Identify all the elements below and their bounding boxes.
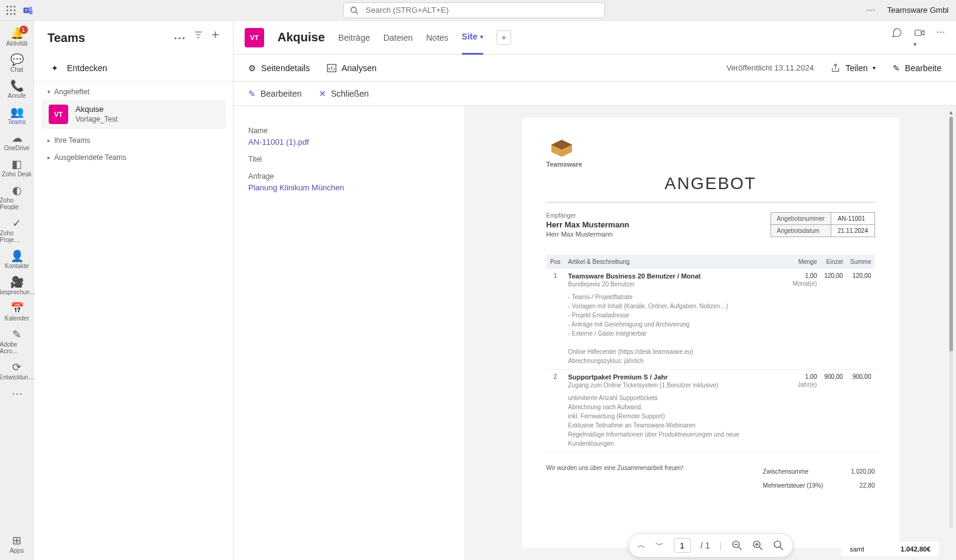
sparkle-icon: ✦ — [51, 63, 58, 73]
rail-label: Aktivität — [6, 40, 27, 47]
rail-item-onedrive[interactable]: ☁OneDrive — [0, 129, 34, 154]
svg-point-31 — [774, 541, 781, 548]
rail-label: Kontakte — [5, 263, 29, 269]
entwick-icon: ⟳ — [12, 362, 21, 373]
tab-more-icon[interactable]: ⋯ — [937, 27, 945, 48]
add-tab-button[interactable]: ＋ — [497, 30, 511, 45]
teams-more-icon[interactable]: ⋯ — [173, 30, 186, 45]
page-up-icon[interactable]: ︿ — [637, 540, 646, 551]
offer-info-table: AngebotsnummerAN-11001 Angebotsdatum21.1… — [770, 212, 875, 237]
meet-icon[interactable]: ▾ — [913, 27, 926, 48]
tab-beitraege[interactable]: Beiträge — [338, 21, 370, 55]
more-menu[interactable]: ⋯ — [859, 5, 882, 15]
tab-site[interactable]: Site ▾ — [462, 21, 483, 55]
rail-label: Entwicklun… — [0, 374, 34, 381]
discover-button[interactable]: ✦ Entdecken — [34, 55, 233, 81]
page-sep: / 1 — [700, 541, 710, 550]
rail-more[interactable]: ⋯ — [0, 384, 34, 401]
section-your-teams[interactable]: ▸ Ihre Teams — [34, 130, 233, 147]
rail-item-zohopeople[interactable]: ◐Zoho People — [0, 181, 34, 213]
more-icon: ⋯ — [12, 388, 23, 399]
rail-label: Apps — [10, 547, 24, 554]
rail-label: Anrufe — [8, 92, 26, 99]
svg-point-7 — [10, 13, 12, 15]
rail-item-kontakte[interactable]: 👤Kontakte — [0, 247, 34, 272]
subtotal-key: Zwischensumme — [763, 468, 809, 475]
svg-point-11 — [29, 7, 32, 10]
cell-einzel: 900,00 — [820, 370, 846, 452]
chat-icon[interactable] — [891, 27, 902, 48]
discover-label: Entdecken — [67, 63, 107, 73]
scrollbar[interactable]: ▲ — [947, 109, 955, 536]
meta-anfrage-value[interactable]: Planung Klinikum München — [248, 183, 450, 192]
subtotal-value: 1.020,00 — [851, 468, 875, 475]
rail-apps[interactable]: ⊞Apps — [0, 531, 34, 560]
waffle-icon[interactable] — [5, 4, 17, 16]
besprech-icon: 🎥 — [10, 277, 24, 288]
rail-label: Teams — [8, 119, 26, 125]
analytics-button[interactable]: Analysen — [327, 63, 377, 73]
rail-item-entwick[interactable]: ⟳Entwicklun… — [0, 358, 34, 383]
svg-line-32 — [780, 547, 783, 550]
chevron-right-icon: ▸ — [47, 154, 51, 161]
page-input[interactable] — [674, 538, 691, 553]
teams-filter-icon[interactable] — [194, 30, 203, 45]
teams-add-icon[interactable] — [211, 30, 220, 45]
pencil-icon: ✎ — [893, 63, 900, 73]
edit-page-label: Bearbeite — [905, 63, 941, 73]
meta-name-value[interactable]: AN-11001 (1).pdf — [248, 137, 450, 147]
rail-label: Besprechun… — [0, 289, 36, 296]
rail-item-zohodesk[interactable]: ◧Zoho Desk — [0, 155, 34, 180]
page-down-icon[interactable]: ﹀ — [655, 540, 664, 551]
edit-item-button[interactable]: ✎ Bearbeiten — [248, 89, 302, 99]
global-search[interactable] — [343, 2, 605, 18]
document-viewport[interactable]: Teamsware ANGEBOT Empfänger Herr Max Mus… — [465, 106, 956, 560]
tab-notes[interactable]: Notes — [426, 21, 448, 55]
cell-summe: 900,00 — [846, 370, 874, 452]
org-name[interactable]: Teamsware Gmbl — [887, 5, 951, 15]
zoom-out-icon[interactable] — [731, 540, 742, 551]
rail-item-teams[interactable]: 👥Teams — [0, 103, 34, 128]
onedrive-icon: ☁ — [12, 133, 23, 143]
svg-point-2 — [14, 5, 16, 7]
rail-item-zohoproj[interactable]: ✓Zoho Proje… — [0, 214, 34, 246]
pencil-icon: ✎ — [248, 89, 256, 99]
svg-line-28 — [759, 547, 762, 550]
share-button[interactable]: Teilen ▾ — [831, 63, 876, 73]
rail-item-acrobat[interactable]: ✎Adobe Acro… — [0, 325, 34, 357]
cell-pos: 1 — [546, 269, 565, 370]
grand-key: samt — [850, 545, 864, 553]
tab-label: Site — [462, 32, 478, 41]
section-hidden-teams[interactable]: ▸ Ausgeblendete Teams — [34, 147, 233, 164]
teams-icon: 👥 — [10, 106, 24, 117]
tab-dateien[interactable]: Dateien — [383, 21, 413, 55]
pdf-page: Teamsware ANGEBOT Empfänger Herr Max Mus… — [522, 118, 899, 548]
cell-summe: 120,00 — [846, 269, 874, 370]
zoom-in-icon[interactable] — [752, 540, 763, 551]
rail-label: Zoho People — [0, 197, 34, 210]
col-einzel: Einzel — [820, 255, 846, 269]
cell-einzel: 120,00 — [820, 269, 846, 370]
fit-icon[interactable] — [773, 540, 784, 551]
tab-label: Notes — [426, 33, 448, 43]
rail-item-besprech[interactable]: 🎥Besprechun… — [0, 273, 34, 298]
search-input[interactable] — [365, 5, 598, 15]
pinned-channel[interactable]: VT Akquise Vorlage_Test — [41, 100, 226, 129]
close-item-button[interactable]: ✕ Schließen — [319, 89, 369, 99]
rail-item-calls[interactable]: 📞Anrufe — [0, 77, 34, 102]
published-date: Veröffentlicht 13.11.2024 — [727, 63, 814, 72]
svg-point-1 — [10, 5, 12, 7]
rail-item-kalender[interactable]: 📅Kalender — [0, 299, 34, 324]
page-details-button[interactable]: ⚙ Seitendetails — [248, 63, 310, 73]
rail-item-chat[interactable]: 💬Chat — [0, 50, 34, 75]
teams-pane: Teams ⋯ ✦ Entdecken ▾ Angeheftet VT Akqu… — [34, 21, 234, 560]
edit-page-button[interactable]: ✎ Bearbeite — [893, 63, 941, 73]
scroll-up-icon[interactable]: ▲ — [947, 109, 955, 117]
tab-label: Dateien — [383, 33, 413, 43]
svg-point-6 — [7, 13, 9, 15]
section-pinned[interactable]: ▾ Angeheftet — [34, 81, 233, 99]
rail-item-activity[interactable]: 🔔Aktivität1 — [0, 24, 34, 49]
acrobat-icon: ✎ — [12, 329, 21, 340]
channel-title: Akquise — [75, 105, 117, 114]
scroll-thumb[interactable] — [949, 117, 953, 351]
